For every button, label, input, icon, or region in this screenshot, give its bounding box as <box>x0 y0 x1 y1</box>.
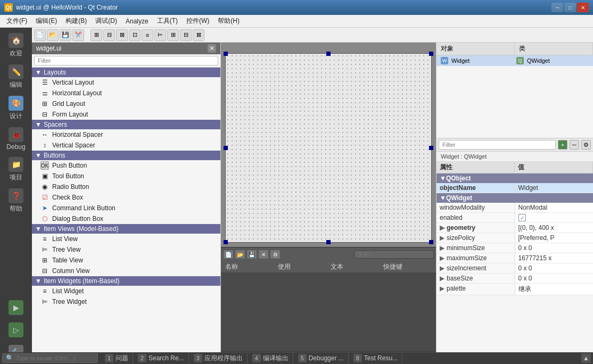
list-item[interactable]: ↔ Horizontal Spacer <box>32 129 220 140</box>
list-item[interactable]: ⊞ Grid Layout <box>32 98 220 109</box>
sidebar-item-design[interactable]: 🎨 设计 <box>1 93 31 124</box>
prop-add-btn[interactable]: + <box>558 140 567 150</box>
list-item[interactable]: ⊨ Tree Widget <box>32 296 220 307</box>
prop-value-objectname[interactable]: Widget <box>515 183 594 193</box>
toolbar-btn-3[interactable]: 💾 <box>60 29 71 41</box>
prop-row-palette[interactable]: ▶palette 继承 <box>436 284 593 295</box>
prop-row-windowmodality[interactable]: windowModality NonModal <box>436 203 593 213</box>
toolbar-btn-7[interactable]: ⊠ <box>116 29 128 41</box>
resize-handle-mr[interactable] <box>429 146 433 150</box>
menu-file[interactable]: 文件(F) <box>2 15 31 27</box>
bottom-tool-btn-1[interactable]: 📄 <box>223 250 234 259</box>
list-item[interactable]: ⊟ Form Layout <box>32 109 220 120</box>
list-item[interactable]: ⊞ Table View <box>32 255 220 266</box>
canvas-workspace[interactable] <box>221 43 436 247</box>
prop-value-windowmodality[interactable]: NonModal <box>515 203 594 212</box>
list-item[interactable]: ⊨ Tree View <box>32 244 220 255</box>
sidebar-item-welcome[interactable]: 🏠 欢迎 <box>1 30 31 61</box>
prop-value-palette[interactable]: 继承 <box>515 284 594 295</box>
status-item-problems[interactable]: 1 问题 <box>100 353 133 364</box>
resize-handle-tl[interactable] <box>224 52 228 56</box>
minimize-button[interactable]: ─ <box>551 3 563 12</box>
menu-debug[interactable]: 调试(D) <box>91 15 121 27</box>
enabled-checkbox[interactable]: ✓ <box>518 214 526 221</box>
list-item[interactable]: ▣ Tool Button <box>32 171 220 181</box>
menu-help[interactable]: 帮助(H) <box>213 15 244 27</box>
toolbar-btn-8[interactable]: ⊡ <box>129 29 141 41</box>
list-item[interactable]: ◉ Radio Button <box>32 181 220 192</box>
toolbar-btn-2[interactable]: 📂 <box>47 29 59 41</box>
prop-value-maximumsize[interactable]: 16777215 x <box>515 253 594 263</box>
menu-build[interactable]: 构建(B) <box>61 15 91 27</box>
widget-filter-input[interactable] <box>34 56 218 65</box>
toolbar-btn-1[interactable]: 📄 <box>34 29 46 41</box>
resize-handle-tm[interactable] <box>326 52 331 56</box>
status-item-appoutput[interactable]: 3 应用程序输出 <box>189 353 248 364</box>
prop-row-geometry[interactable]: ▶geometry [(0, 0), 400 x <box>436 223 593 233</box>
sidebar-item-run[interactable]: ▶ <box>1 297 31 319</box>
prop-value-minimumsize[interactable]: 0 x 0 <box>515 243 594 253</box>
sidebar-item-edit[interactable]: ✏️ 编辑 <box>1 61 31 93</box>
prop-value-enabled[interactable]: ✓ <box>515 213 594 222</box>
prop-row-sizeincrement[interactable]: ▶sizeIncrement 0 x 0 <box>436 263 593 274</box>
prop-value-geometry[interactable]: [(0, 0), 400 x <box>515 223 594 233</box>
bottom-tool-btn-5[interactable]: ⚙ <box>270 250 281 259</box>
prop-row-maximumsize[interactable]: ▶maximumSize 16777215 x <box>436 253 593 263</box>
list-item[interactable]: OK Push Button <box>32 160 220 171</box>
prop-row-minimumsize[interactable]: ▶minimumSize 0 x 0 <box>436 243 593 253</box>
prop-value-sizeincrement[interactable]: 0 x 0 <box>515 263 594 273</box>
resize-handle-bl[interactable] <box>224 240 228 244</box>
prop-row-basesize[interactable]: ▶baseSize 0 x 0 <box>436 274 593 284</box>
bottom-filter-input[interactable] <box>354 250 434 259</box>
bottom-tool-btn-2[interactable]: 📂 <box>235 250 245 259</box>
status-item-search[interactable]: 2 Search Re... <box>133 353 189 363</box>
list-item[interactable]: ➤ Command Link Button <box>32 203 220 213</box>
sidebar-item-help[interactable]: ❓ 帮助 <box>1 185 31 217</box>
status-search-input[interactable] <box>16 355 90 361</box>
prop-row-objectname[interactable]: objectName Widget <box>436 183 593 193</box>
status-item-testresults[interactable]: 8 Test Resu... <box>349 353 402 363</box>
list-item[interactable]: ⬡ Dialog Button Box <box>32 213 220 224</box>
sidebar-item-projects[interactable]: 📁 项目 <box>1 154 31 185</box>
list-item[interactable]: ↕ Vertical Spacer <box>32 140 220 151</box>
status-item-debugger[interactable]: 5 Debugger ... <box>293 353 349 363</box>
bottom-tool-btn-3[interactable]: 💾 <box>246 250 257 259</box>
close-button[interactable]: ✕ <box>577 3 589 12</box>
status-up-btn[interactable]: ▲ <box>581 353 591 363</box>
prop-value-basesize[interactable]: 0 x 0 <box>515 274 594 283</box>
prop-config-btn[interactable]: ⚙ <box>581 140 591 150</box>
property-filter-input[interactable] <box>439 140 556 150</box>
resize-handle-tr[interactable] <box>429 52 433 56</box>
sidebar-item-run-debug[interactable]: ▷ <box>1 319 31 342</box>
list-item[interactable]: ☰ Vertical Layout <box>32 77 220 88</box>
menu-widgets[interactable]: 控件(W) <box>182 15 213 27</box>
bottom-tool-btn-4[interactable]: ✕ <box>258 250 269 259</box>
toolbar-btn-12[interactable]: ⊟ <box>180 29 192 41</box>
canvas-widget[interactable] <box>225 53 432 243</box>
toolbar-btn-5[interactable]: ⊞ <box>90 29 102 41</box>
list-item[interactable]: ☑ Check Box <box>32 192 220 203</box>
list-item[interactable]: ⚌ Horizontal Layout <box>32 88 220 98</box>
status-item-compileoutput[interactable]: 4 编译输出 <box>248 353 293 364</box>
toolbar-btn-4[interactable]: ✂️ <box>72 29 84 41</box>
list-item[interactable]: ≡ List View <box>32 234 220 244</box>
resize-handle-br[interactable] <box>429 240 433 244</box>
menu-analyze[interactable]: Analyze <box>121 16 153 26</box>
resize-handle-ml[interactable] <box>224 146 228 150</box>
toolbar-btn-9[interactable]: ≡ <box>142 29 153 41</box>
resize-handle-bm[interactable] <box>326 240 331 244</box>
list-item[interactable]: ⊟ Column View <box>32 266 220 276</box>
object-row-widget[interactable]: W Widget Q QWidget <box>436 55 593 66</box>
toolbar-btn-6[interactable]: ⊟ <box>103 29 115 41</box>
sidebar-item-debug[interactable]: 🐞 Debug <box>1 124 31 154</box>
prop-remove-btn[interactable]: ─ <box>570 140 579 150</box>
panel-close-btn[interactable]: ✕ <box>208 44 216 53</box>
prop-row-enabled[interactable]: enabled ✓ <box>436 213 593 223</box>
prop-value-sizepolicy[interactable]: [Preferred, P <box>515 233 594 243</box>
menu-edit[interactable]: 编辑(E) <box>31 15 61 27</box>
menu-tools[interactable]: 工具(T) <box>153 15 182 27</box>
toolbar-btn-13[interactable]: ⊠ <box>193 29 204 41</box>
list-item[interactable]: ≡ List Widget <box>32 286 220 296</box>
toolbar-btn-10[interactable]: ⊨ <box>154 29 166 41</box>
prop-row-sizepolicy[interactable]: ▶sizePolicy [Preferred, P <box>436 233 593 243</box>
